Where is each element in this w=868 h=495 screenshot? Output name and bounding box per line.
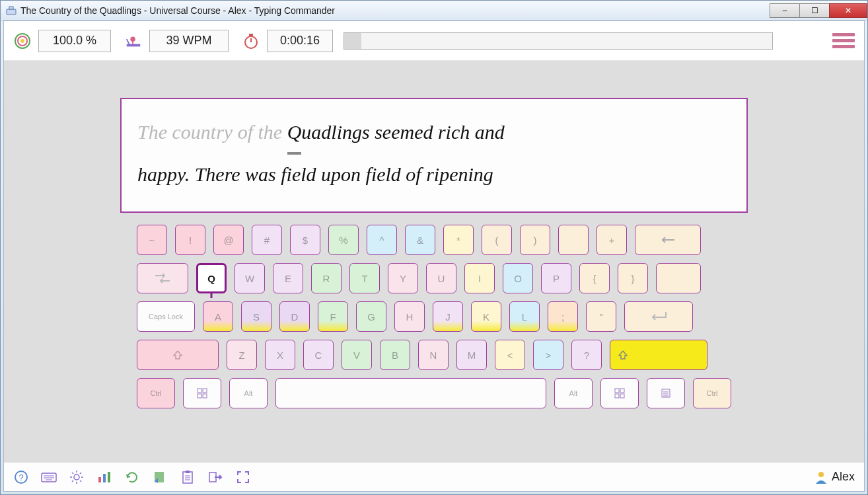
key-z[interactable]: Z [227,340,257,370]
window-controls: – ☐ ✕ [770,3,867,18]
key-m[interactable]: M [456,340,487,370]
key-1[interactable]: ! [175,225,205,255]
svg-point-6 [130,36,135,41]
key-w[interactable]: W [235,263,265,293]
clipboard-icon[interactable] [180,469,196,485]
maximize-button[interactable]: ☐ [799,3,830,18]
accuracy-icon [13,32,32,50]
bottom-toolbar: ? [4,462,864,491]
key-2[interactable]: @ [213,225,244,255]
svg-text:?: ? [18,473,23,482]
key-d[interactable]: D [279,301,310,332]
svg-rect-20 [620,389,624,393]
svg-rect-19 [615,389,619,393]
stats-bar: 100.0 % 39 WPM 0:00:16 [4,21,864,61]
key-minus[interactable] [558,225,589,255]
key-i[interactable]: I [464,263,495,293]
key-6[interactable]: ^ [367,225,397,255]
svg-rect-47 [186,471,190,473]
svg-rect-5 [127,44,141,46]
svg-rect-0 [7,9,16,15]
key-g[interactable]: G [356,301,386,332]
svg-rect-44 [108,472,110,482]
key-y[interactable]: Y [388,263,418,293]
key-tab[interactable] [137,263,188,293]
key-8[interactable]: * [443,225,474,255]
key-n[interactable]: N [418,340,449,370]
typing-text-panel: The country of the Quadlings seemed rich… [120,98,748,213]
key-q[interactable]: Q [196,263,227,293]
svg-rect-18 [203,394,207,398]
app-window: The Country of the Quadlings - Universal… [0,0,868,495]
key-space[interactable] [275,378,546,408]
key-7[interactable]: & [405,225,435,255]
svg-rect-43 [103,474,106,482]
key-right-ctrl[interactable]: Ctrl [693,378,731,408]
key-slash[interactable]: ? [571,340,602,370]
key-comma[interactable]: < [495,340,525,370]
user-indicator[interactable]: Alex [814,470,855,484]
minimize-button[interactable]: – [770,3,800,18]
key-context-menu[interactable] [647,378,685,408]
key-4[interactable]: $ [290,225,320,255]
keyboard-row-2: Q W E R T Y U I O P { } [137,263,731,293]
key-v[interactable]: V [342,340,372,370]
key-j[interactable]: J [433,301,463,332]
key-equals[interactable]: + [597,225,627,255]
key-right-shift[interactable] [610,340,707,370]
key-3[interactable]: # [252,225,282,255]
key-t[interactable]: T [349,263,380,293]
key-backspace[interactable] [635,225,701,255]
key-b[interactable]: B [380,340,410,370]
key-semicolon[interactable]: ; [548,301,578,332]
titlebar: The Country of the Quadlings - Universal… [1,1,867,20]
key-e[interactable]: E [273,263,303,293]
svg-line-8 [127,39,129,44]
key-s[interactable]: S [241,301,271,332]
keyboard-row-4: Z X C V B N M < > ? [137,340,731,370]
close-button[interactable]: ✕ [829,3,867,18]
key-lbracket[interactable]: { [579,263,610,293]
key-c[interactable]: C [303,340,334,370]
key-period[interactable]: > [533,340,563,370]
key-left-ctrl[interactable]: Ctrl [137,378,175,408]
keyboard-layout-icon[interactable] [41,469,57,485]
current-char: Q [287,112,302,155]
fullscreen-icon[interactable] [235,469,251,485]
key-0[interactable]: ) [520,225,550,255]
key-9[interactable]: ( [482,225,512,255]
hamburger-menu-icon[interactable] [832,32,855,50]
restart-icon[interactable] [124,469,140,485]
key-l[interactable]: L [509,301,540,332]
user-icon [814,471,828,484]
key-rbracket[interactable]: } [618,263,648,293]
settings-icon[interactable] [69,469,85,485]
user-name: Alex [832,470,855,484]
key-enter[interactable] [624,301,693,332]
key-k[interactable]: K [471,301,501,332]
key-5[interactable]: % [328,225,359,255]
key-p[interactable]: P [541,263,571,293]
key-h[interactable]: H [394,301,425,332]
key-left-shift[interactable] [137,340,219,370]
key-quote[interactable]: " [586,301,616,332]
key-left-win[interactable] [183,378,221,408]
svg-rect-10 [249,34,253,36]
key-r[interactable]: R [311,263,342,293]
key-f[interactable]: F [318,301,348,332]
key-a[interactable]: A [203,301,233,332]
key-right-win[interactable] [600,378,639,408]
help-icon[interactable]: ? [13,469,29,485]
key-right-alt[interactable]: Alt [554,378,593,408]
lesson-plan-icon[interactable] [152,469,168,485]
key-left-alt[interactable]: Alt [229,378,268,408]
key-o[interactable]: O [503,263,533,293]
key-u[interactable]: U [426,263,456,293]
key-x[interactable]: X [265,340,295,370]
shift-up-icon [618,350,628,360]
key-backslash[interactable] [656,263,701,293]
key-capslock[interactable]: Caps Lock [137,301,195,332]
key-tilde[interactable]: ~ [137,225,167,255]
statistics-icon[interactable] [96,469,112,485]
export-icon[interactable] [207,469,223,485]
